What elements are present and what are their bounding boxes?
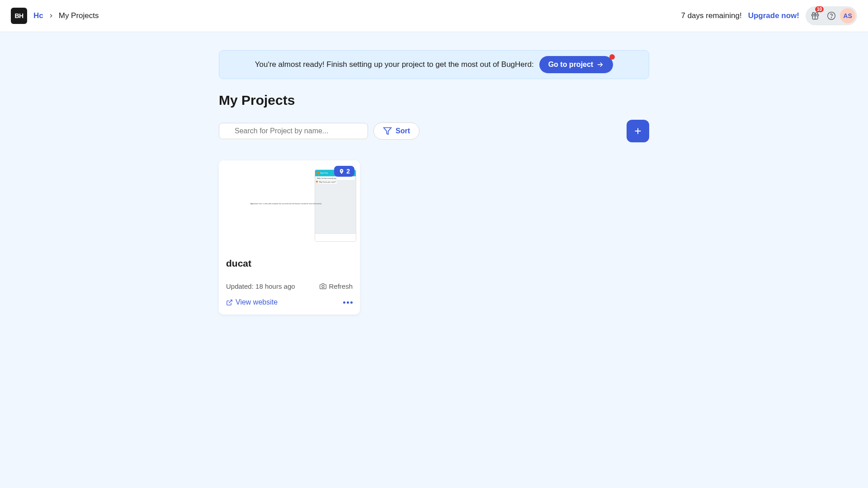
plus-icon bbox=[633, 126, 643, 136]
refresh-button[interactable]: Refresh bbox=[320, 282, 353, 290]
project-card[interactable]: 2 Application error: a client-side excep… bbox=[219, 160, 360, 314]
breadcrumb-current: My Projects bbox=[59, 11, 99, 20]
project-actions: View website bbox=[226, 298, 353, 306]
gift-notification-badge: 10 bbox=[815, 6, 824, 12]
filter-icon bbox=[383, 127, 392, 136]
header-left: BH Hc My Projects bbox=[11, 8, 99, 24]
pin-count-badge: 2 bbox=[334, 166, 354, 177]
go-to-project-label: Go to project bbox=[548, 61, 594, 69]
chevron-right-icon bbox=[48, 13, 54, 19]
svg-point-2 bbox=[831, 18, 832, 18]
project-meta: Updated: 18 hours ago Refresh bbox=[226, 282, 353, 290]
camera-icon bbox=[320, 283, 326, 290]
external-link-icon bbox=[226, 299, 233, 306]
page-title: My Projects bbox=[219, 93, 649, 108]
header-right: 7 days remaining! Upgrade now! 10 AS bbox=[681, 6, 857, 25]
project-updated-text: Updated: 18 hours ago bbox=[226, 282, 295, 290]
project-name: ducat bbox=[226, 258, 353, 269]
refresh-label: Refresh bbox=[329, 282, 353, 290]
app-logo[interactable]: BH bbox=[11, 8, 27, 24]
help-button[interactable] bbox=[824, 8, 839, 23]
breadcrumb: Hc My Projects bbox=[33, 11, 99, 20]
pin-icon bbox=[339, 169, 344, 174]
arrow-right-icon bbox=[596, 61, 604, 69]
trial-remaining-text: 7 days remaining! bbox=[681, 11, 741, 20]
svg-point-5 bbox=[322, 286, 324, 288]
project-search-input[interactable] bbox=[219, 123, 368, 139]
pin-count: 2 bbox=[346, 168, 350, 175]
svg-point-4 bbox=[341, 170, 342, 171]
search-wrapper bbox=[219, 123, 368, 139]
header-icon-group: 10 AS bbox=[806, 6, 857, 25]
help-icon bbox=[827, 11, 836, 20]
setup-banner-text: You're almost ready! Finish setting up y… bbox=[255, 60, 534, 69]
svg-point-1 bbox=[828, 12, 835, 20]
project-more-button[interactable] bbox=[343, 301, 353, 304]
setup-banner: You're almost ready! Finish setting up y… bbox=[219, 50, 649, 79]
gift-icon bbox=[811, 11, 820, 20]
preview-error-text: Application error: a client-side excepti… bbox=[250, 203, 322, 205]
project-preview: 2 Application error: a client-side excep… bbox=[219, 160, 360, 251]
gift-button[interactable]: 10 bbox=[807, 8, 823, 23]
project-card-body: ducat Updated: 18 hours ago Refresh View… bbox=[219, 251, 360, 314]
view-website-link[interactable]: View website bbox=[226, 298, 278, 306]
sort-button[interactable]: Sort bbox=[373, 122, 420, 140]
toolbar-left: Sort bbox=[219, 122, 420, 140]
upgrade-link[interactable]: Upgrade now! bbox=[748, 11, 799, 20]
user-avatar[interactable]: AS bbox=[840, 8, 855, 23]
go-to-project-button[interactable]: Go to project bbox=[539, 56, 613, 73]
add-project-button[interactable] bbox=[627, 120, 649, 142]
banner-notification-dot bbox=[609, 54, 615, 60]
sort-label: Sort bbox=[396, 127, 410, 135]
main-container: You're almost ready! Finish setting up y… bbox=[208, 32, 660, 333]
breadcrumb-root-link[interactable]: Hc bbox=[33, 11, 43, 20]
preview-chat-widget: Super help Hello, I'm here to assist you… bbox=[315, 169, 356, 242]
view-website-label: View website bbox=[236, 298, 278, 306]
app-header: BH Hc My Projects 7 days remaining! Upgr… bbox=[0, 0, 868, 32]
toolbar: Sort bbox=[219, 120, 649, 142]
